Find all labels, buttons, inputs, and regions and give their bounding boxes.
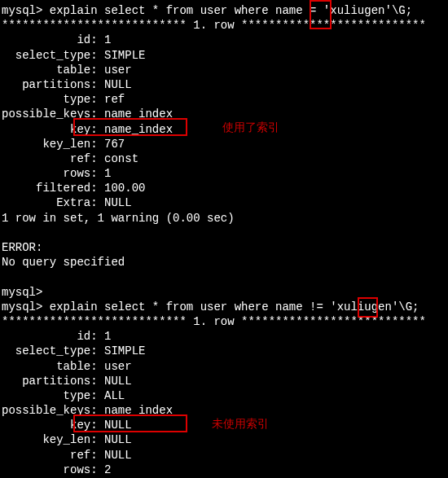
q1-row-type: type: ref: [2, 92, 446, 107]
blank-line-2: [2, 270, 446, 284]
q1-row-ref: ref: const: [2, 151, 446, 166]
query1-separator: *************************** 1. row *****…: [2, 18, 446, 33]
q1-result: 1 row in set, 1 warning (0.00 sec): [2, 211, 446, 226]
highlight-not-equals-operator: [358, 297, 378, 318]
q2-row-type: type: ALL: [2, 388, 446, 403]
q1-row-extra: Extra: NULL: [2, 195, 446, 210]
q2-row-ref: ref: NULL: [2, 448, 446, 463]
error-message: No query specified: [2, 255, 446, 270]
q1-row-select-type: select_type: SIMPLE: [2, 48, 446, 63]
highlight-key-name-index: [73, 118, 187, 136]
query2-command: mysql> explain select * from user where …: [2, 300, 446, 314]
highlight-equals-operator: [310, 0, 332, 29]
q1-row-key-len: key_len: 767: [2, 137, 446, 151]
q2-row-key-len: key_len: NULL: [2, 432, 446, 447]
q1-row-id: id: 1: [2, 33, 446, 47]
q1-row-filtered: filtered: 100.00: [2, 181, 446, 195]
prompt-empty: mysql>: [2, 285, 446, 300]
q2-row-partitions: partitions: NULL: [2, 374, 446, 388]
q2-row-possible-keys: possible_keys: name_index: [2, 403, 446, 418]
q2-row-table: table: user: [2, 359, 446, 374]
blank-line-1: [2, 226, 446, 240]
q1-row-table: table: user: [2, 63, 446, 77]
note-used-index: 使用了索引: [222, 121, 279, 135]
q1-row-possible-keys: possible_keys: name_index: [2, 107, 446, 121]
error-label: ERROR:: [2, 240, 446, 255]
q2-row-select-type: select_type: SIMPLE: [2, 344, 446, 358]
note-not-used-index: 未使用索引: [212, 417, 269, 432]
query2-separator: *************************** 1. row *****…: [2, 314, 446, 329]
q1-row-partitions: partitions: NULL: [2, 77, 446, 92]
q2-row-rows: rows: 2: [2, 463, 446, 477]
q1-row-rows: rows: 1: [2, 166, 446, 181]
q2-row-id: id: 1: [2, 329, 446, 344]
highlight-key-null: [73, 414, 187, 432]
query1-command: mysql> explain select * from user where …: [2, 3, 446, 18]
